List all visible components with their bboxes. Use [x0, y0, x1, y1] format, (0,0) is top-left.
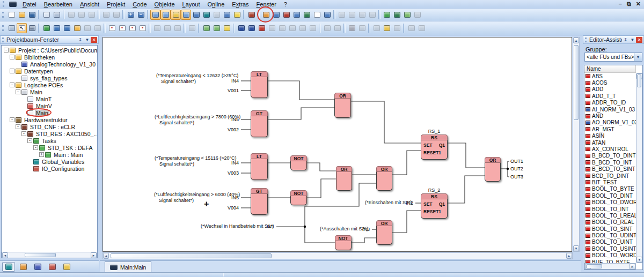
fb-list-item-bool-to-real[interactable]: BOOL_TO_REAL — [584, 219, 636, 226]
window-doc-button[interactable] — [302, 10, 312, 20]
tree-item-analogtechnology-v1-30[interactable]: AnalogTechnology_V1_30 — [2, 61, 97, 68]
collapse-expander-icon[interactable]: - — [27, 138, 32, 143]
collapse-expander-icon[interactable]: - — [10, 117, 14, 122]
group-dropdown[interactable]: <alle FUs und FBs> ▼ — [584, 53, 642, 62]
port-label-out3[interactable]: OUT3 — [510, 174, 523, 179]
tree-hscroll-left[interactable]: ◄ — [2, 252, 8, 258]
connector-mode-button[interactable]: ─ — [27, 23, 37, 33]
fb-list-item-addr-to-id[interactable]: ADDR_TO_ID — [584, 100, 636, 106]
collapse-expander-icon[interactable]: - — [4, 48, 9, 53]
tree-item-main[interactable]: Main — [2, 109, 97, 116]
pin-icon[interactable]: ↧ — [622, 36, 629, 43]
editor-vscroll[interactable]: ▲▼ — [573, 37, 580, 252]
fb-list-item-ax-control[interactable]: AX_CONTROL — [584, 146, 636, 152]
fb-list-vscroll-down[interactable]: ▼ — [636, 257, 642, 263]
close-button[interactable]: ✕ — [636, 0, 641, 8]
open-variables-worksheet-button[interactable] — [261, 10, 271, 20]
fb-list-item-acos[interactable]: ACOS — [584, 79, 636, 86]
fb-list-item-bool-to-word[interactable]: BOOL_TO_WORD — [584, 252, 636, 259]
find-in-project-button[interactable] — [41, 10, 52, 20]
project-control-button[interactable] — [392, 10, 402, 20]
menu-extras[interactable]: Extras — [228, 1, 252, 8]
fb-list-item-ai-norm-v1-03[interactable]: AI_NORM_V1_03 — [584, 106, 636, 113]
fb-list-item-add-t-t[interactable]: ADD_T_T — [584, 93, 636, 99]
diagram-comment[interactable]: (*Ausschalten mit S3*) — [320, 226, 368, 232]
print-button[interactable] — [52, 10, 62, 20]
fb-list-item-b-bcd-to-sint[interactable]: B_BCD_TO_SINT — [584, 166, 636, 172]
close-icon[interactable]: ✕ — [91, 37, 97, 43]
fb-list-item-bool-to-dint[interactable]: BOOL_TO_DINT — [584, 192, 636, 199]
toolbar2-grip[interactable] — [2, 25, 5, 31]
logic-analyzer-button[interactable] — [382, 23, 392, 33]
editor-hscroll-left[interactable]: ◄ — [103, 253, 109, 259]
zoom-out-button[interactable]: − — [136, 10, 146, 20]
port-label-v002[interactable]: V002 — [228, 127, 239, 132]
new-description-worksheet-button[interactable]: • — [137, 23, 148, 33]
fb-list-item-atan[interactable]: ATAN — [584, 139, 636, 146]
edit-wizard-grip[interactable] — [585, 38, 588, 42]
menu-code[interactable]: Code — [129, 1, 150, 8]
debug-mode-button[interactable] — [246, 10, 257, 20]
autoconnect-button[interactable] — [41, 23, 52, 33]
diagram-comment[interactable]: (*Einschalten mit S2*) — [365, 200, 412, 206]
menu-online[interactable]: Online — [204, 1, 229, 8]
menu-datei[interactable]: Datei — [19, 1, 40, 8]
fb-list-hscroll-thumb[interactable] — [586, 264, 602, 268]
tree-item-std-cnf-eclr[interactable]: -STD_CNF : eCLR — [2, 123, 97, 130]
tree-item-tasks[interactable]: -Tasks — [2, 137, 97, 144]
watch-window-button[interactable] — [191, 10, 201, 20]
ld-contact-parallel-button[interactable] — [246, 23, 257, 33]
window-fbd-button[interactable] — [271, 10, 281, 20]
save-button[interactable] — [27, 10, 37, 20]
tab-io[interactable] — [60, 262, 73, 272]
split-window-button[interactable] — [222, 10, 232, 20]
tree-item-mainv[interactable]: MainV — [2, 102, 97, 109]
fbd-canvas[interactable]: LTGTORLTNOTGTNOTORORRSRS_1SETQ1RESET1RSR… — [103, 37, 572, 252]
chevron-down-icon[interactable]: ▼ — [84, 36, 91, 43]
branch-mode-button[interactable] — [62, 23, 72, 33]
diagram-comment[interactable]: (*Wechsel in Handbetrieb mit S1*) — [201, 223, 274, 229]
online-view-button[interactable] — [201, 10, 211, 20]
add-to-project-button[interactable] — [72, 23, 82, 33]
window-vars-button[interactable] — [291, 10, 302, 20]
project-tree-grip[interactable] — [2, 38, 5, 42]
fb-list-item-bool-to-int[interactable]: BOOL_TO_INT — [584, 206, 636, 212]
menu-objekte[interactable]: Objekte — [151, 1, 179, 8]
fb-list-item-buf-to-byte[interactable]: BUF_TO_BYTE — [584, 259, 636, 263]
collapse-expander-icon[interactable]: - — [16, 89, 20, 94]
collapse-expander-icon[interactable]: - — [21, 131, 26, 136]
tree-item-projekt-c-users-public-documents-f[interactable]: -Projekt : C:\Users\Public\Documents\F — [2, 47, 97, 54]
append-network-button[interactable] — [211, 23, 222, 33]
tab-edit[interactable] — [17, 262, 30, 272]
select-mode-button[interactable]: ↖ — [17, 23, 27, 33]
tree-item-bibliotheken[interactable]: -Bibliotheken — [2, 54, 97, 61]
reconnect-button[interactable] — [52, 23, 62, 33]
fb-list-item-bcd-to-dint[interactable]: BCD_TO_DINT — [584, 173, 636, 179]
menubar-grip[interactable] — [3, 1, 5, 7]
fb-list-item-ar-mgt[interactable]: AR_MGT — [584, 126, 636, 132]
new-var-worksheet-button[interactable]: • — [117, 23, 127, 33]
fb-list-item-and[interactable]: AND — [584, 113, 636, 119]
toggle-message-window-button[interactable] — [160, 10, 171, 20]
download-button[interactable] — [402, 10, 412, 20]
menu-fenster[interactable]: Fenster — [253, 1, 280, 8]
dropdown-arrow-icon[interactable]: ▼ — [634, 53, 642, 61]
menu-layout[interactable]: Layout — [179, 1, 204, 8]
fb-list-item-bool-to-usint[interactable]: BOOL_TO_USINT — [584, 245, 636, 252]
fbd-block-rs_1[interactable]: RSRS_1SETQ1RESET1 — [421, 134, 448, 160]
pin-icon[interactable]: ↧ — [77, 36, 84, 43]
tree-item-main-main[interactable]: +Main : Main — [2, 151, 97, 158]
fb-list-item-bool-to-udint[interactable]: BOOL_TO_UDINT — [584, 232, 636, 238]
diagram-comment[interactable]: (*Luftfeuchtigkeitseingang > 6000 (40%)S… — [154, 192, 240, 204]
fbd-block-lt-lt1[interactable]: LT — [251, 71, 268, 98]
tab-hardware[interactable] — [46, 262, 58, 272]
fb-list-item-bool-to-lreal[interactable]: BOOL_TO_LREAL — [584, 212, 636, 219]
zoom-in-button[interactable]: + — [126, 10, 136, 20]
port-label-v004[interactable]: V004 — [228, 205, 239, 211]
port-label-out2[interactable]: OUT2 — [510, 166, 523, 171]
fb-list-item-add[interactable]: ADD — [584, 86, 636, 93]
fb-list-item-asin[interactable]: ASIN — [584, 133, 636, 139]
fbd-block-rs_2[interactable]: RSRS_2SETQ1RESET1 — [421, 193, 448, 219]
diagram-comment[interactable]: (*Luftfeuchtigkeitseingang > 7800 (60%)S… — [155, 114, 240, 126]
fbd-block-or-or5[interactable]: OR — [376, 220, 392, 245]
